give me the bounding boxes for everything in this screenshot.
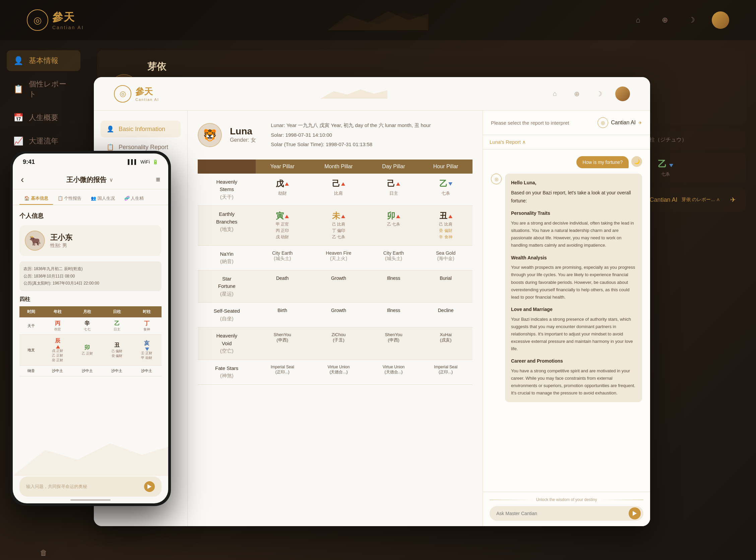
table-row-fate-stars: Fate Stars(神煞) Imperial Seal(正印...) Virt… <box>198 360 472 384</box>
globe-icon-dark[interactable]: ⊕ <box>658 14 672 27</box>
phone-month-stem: 辛 七七 <box>73 317 102 335</box>
light-avatar-emoji: 🐯 <box>203 128 217 142</box>
year-star: Death <box>256 270 309 303</box>
year-stem-cell: 戊 劫財 <box>256 174 309 206</box>
phone-content-area: 个人信息 🐂 王小东 性别: 男 农历: 1836年九月初二 辰时(乾造) 公历… <box>13 205 168 495</box>
month-self-text: Growth <box>331 308 346 313</box>
delete-icon[interactable]: 🗑 <box>40 548 47 557</box>
day-branch-char: 卯 <box>372 211 415 221</box>
light-logo-symbol: ◎ <box>120 89 126 98</box>
right-send-icon[interactable]: ✈ <box>638 120 642 125</box>
wisdom-text: Unlock the wisdom of your destiny <box>536 497 597 502</box>
ai-text-love: Your Bazi indicates a strong presence of… <box>511 316 636 353</box>
sidebar-item-fortune-flow[interactable]: 📈 大運流年 <box>7 131 80 152</box>
dark-logo-sub: Cantian AI <box>52 25 84 30</box>
day-self-text: Illness <box>387 308 401 313</box>
moon-icon-dark[interactable]: ☽ <box>685 14 698 27</box>
phone-status-bar: 9:41 ▌▌▌ WiFi 🔋 <box>13 154 168 170</box>
heavenly-void-label: HeavenlyVoid(空亡) <box>198 327 256 360</box>
year-star-text: Death <box>276 276 288 281</box>
phone-menu-icon[interactable]: ≡ <box>156 175 160 184</box>
phone-tab-personality[interactable]: 📋 个性报告 <box>53 193 86 205</box>
user-avatar-light[interactable] <box>615 86 630 101</box>
life-overview-icon: 📅 <box>14 113 23 122</box>
year-branch-char: 寅 <box>259 211 306 221</box>
ask-input-field[interactable] <box>490 506 643 521</box>
hour-branch-roles: 己 比肩癸 偏財辛 食神 <box>422 221 469 241</box>
hour-stem-char: 乙 <box>422 178 469 189</box>
phone-tab-basic[interactable]: 🏠 基本信息 <box>19 193 53 205</box>
dark-hour-water-indicator <box>669 164 673 167</box>
back-button[interactable]: ‹ <box>21 174 24 185</box>
day-branch-fire2 <box>396 215 400 218</box>
phone-hour-branch: 亥 壬 正财 甲 劫财 <box>132 335 162 365</box>
home-icon-dark[interactable]: ⌂ <box>631 14 645 27</box>
hour-branch-char: 丑 <box>422 211 469 221</box>
phone-person-gender: 性别: 男 <box>50 243 73 249</box>
luna-report-area: Luna's Report ∧ <box>483 135 650 149</box>
pillar-col-year: Year Pillar <box>256 160 309 174</box>
day-branch-roles: 乙 七杀 <box>372 221 415 227</box>
day-star: Illness <box>368 270 419 303</box>
day-void: ShenYou(申西) <box>368 327 419 360</box>
phone-row-tiangan: 天干 丙 伤官 辛 七七 乙 日主 <box>19 317 162 335</box>
phone-pillars-table: 时间 年柱 月柱 日柱 时柱 天干 丙 伤官 <box>19 306 162 376</box>
hour-void-text: XuHai(戌亥) <box>422 332 469 343</box>
phone-tab-life[interactable]: 🧬 人生精 <box>120 193 149 205</box>
year-stem-fire <box>285 182 289 186</box>
sidebar-item-life-overview[interactable]: 📅 人生概要 <box>7 107 80 128</box>
year-nayin: City Earth(城头土) <box>256 245 309 270</box>
phone-month-stem-role: 七七 <box>74 327 101 332</box>
home-icon-light[interactable]: ⌂ <box>549 88 561 100</box>
year-stem-char: 戊 <box>259 178 306 189</box>
hour-branch-role2: 癸 偏財 <box>439 228 452 233</box>
battery-icon: 🔋 <box>152 159 158 164</box>
sidebar-label-life: 人生概要 <box>29 113 58 123</box>
dark-header: ◎ 參天 Cantian AI ⌂ ⊕ ☽ <box>0 0 756 40</box>
user-avatar-dark[interactable] <box>712 12 729 29</box>
phone-title-chevron: ∨ <box>109 177 113 183</box>
phone-pillars-header-row: 时间 年柱 月柱 日柱 时柱 <box>19 306 162 317</box>
hour-fate-text: Imperial Seal(正印...) <box>422 365 469 375</box>
earthly-branches-label: EarthlyBranches(地支) <box>198 206 256 246</box>
month-branch-fire <box>341 215 345 218</box>
dark-send-icon[interactable]: ✈ <box>730 196 736 204</box>
phone-avatar-emoji: 🐂 <box>29 235 41 246</box>
hour-fate: Imperial Seal(正印...) <box>419 360 472 384</box>
phone-nayin-label: 纳音 <box>19 365 43 376</box>
phone-col-time: 时间 <box>19 306 43 317</box>
hour-void: XuHai(戌亥) <box>419 327 472 360</box>
light-personality-icon: 📋 <box>106 143 114 151</box>
light-nav: ⌂ ⊕ ☽ <box>549 86 630 101</box>
phone-dizhi-label: 地支 <box>19 335 43 365</box>
table-row-star-fortune: StarFortune(星运) Death Growth Illness Bur… <box>198 270 472 303</box>
ask-send-button[interactable] <box>629 507 641 519</box>
month-branch-roles: 己 比肩丁 偏印乙 七杀 <box>312 221 365 241</box>
sidebar-item-personality[interactable]: 📋 個性レポート <box>7 74 80 104</box>
month-star: Growth <box>309 270 368 303</box>
phone-tab-people[interactable]: 👥 国人生况 <box>86 193 120 205</box>
dark-logo-main: 參天 <box>52 10 84 25</box>
globe-icon-light[interactable]: ⊕ <box>571 88 583 100</box>
phone-hour-branch-char: 亥 <box>133 340 160 347</box>
luna-report-button[interactable]: Luna's Report ∧ <box>490 139 526 145</box>
phone-chat-bar[interactable]: 输入问题，共同探寻命运的奥秘 <box>19 477 162 497</box>
phone-month-branch: 卯 乙 正财 <box>73 335 102 365</box>
dark-logo-circle: ◎ <box>27 9 48 31</box>
phone-col-hour: 时柱 <box>132 306 162 317</box>
phone-day-nayin: 沙中土 <box>102 365 132 376</box>
year-branch-roles: 甲 正官丙 正印戊 劫財 <box>259 221 306 241</box>
day-stem-char: 己 <box>372 178 415 189</box>
year-self: Birth <box>256 303 309 327</box>
phone-send-button[interactable] <box>144 481 155 492</box>
cantian-name-label: Cantian AI <box>611 120 636 126</box>
light-app: ◎ 參天 Cantian AI ⌂ ⊕ ☽ 👤 Basic Informatio… <box>94 77 650 526</box>
month-stem-char: 己 <box>312 178 365 189</box>
light-sidebar-basic-info[interactable]: 👤 Basic Information <box>101 121 181 137</box>
moon-icon-light[interactable]: ☽ <box>593 88 605 100</box>
sidebar-item-basic-info[interactable]: 👤 基本情報 <box>7 50 80 71</box>
ai-text-wealth: Your wealth prospects are promising, esp… <box>511 264 636 301</box>
light-profile-lunar: Lunar: Year 一九九八 戊寅 Year, 初九 day of the … <box>271 121 431 131</box>
light-profile-area: 🐯 Luna Gender: 女 Lunar: Year 一九九八 戊寅 Yea… <box>198 121 472 149</box>
phone-send-icon <box>147 484 151 489</box>
